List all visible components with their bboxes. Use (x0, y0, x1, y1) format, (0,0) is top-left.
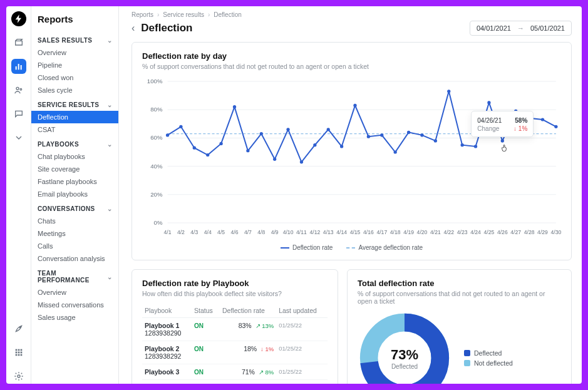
chevron-right-icon: › (157, 11, 159, 18)
sidebar-section-header[interactable]: TEAM PERFORMANCE⌄ (38, 265, 112, 286)
card-subtitle: How often did this playbook deflect site… (142, 290, 328, 297)
grid-icon[interactable] (11, 345, 26, 360)
svg-text:4/9: 4/9 (271, 229, 279, 235)
breadcrumb-item[interactable]: Reports (132, 11, 153, 18)
svg-rect-9 (15, 352, 17, 354)
users-icon[interactable] (11, 83, 26, 98)
donut-value: 73% (391, 347, 418, 363)
rocket-icon[interactable] (11, 321, 26, 336)
svg-text:4/7: 4/7 (244, 229, 252, 235)
svg-text:4/22: 4/22 (443, 229, 454, 235)
sidebar-section-header[interactable]: CONVERSATIONS⌄ (38, 200, 112, 215)
svg-rect-2 (20, 65, 21, 69)
svg-point-5 (19, 327, 20, 327)
status-badge: ON (194, 346, 204, 352)
rail-expand-icon[interactable] (11, 130, 26, 145)
legend-item: Deflected (464, 349, 513, 357)
sidebar-item[interactable]: Email playbooks (38, 188, 112, 200)
legend-item: Average deflection rate (346, 244, 423, 251)
svg-point-30 (179, 125, 182, 128)
back-button[interactable]: ‹ (132, 23, 135, 34)
sidebar-item[interactable]: Closed won (38, 71, 112, 84)
svg-text:4/21: 4/21 (430, 229, 441, 235)
sidebar-item[interactable]: Sales usage (38, 311, 112, 324)
svg-text:4/27: 4/27 (510, 229, 521, 235)
sidebar-item[interactable]: Deflection (31, 111, 118, 123)
svg-text:4/8: 4/8 (257, 229, 265, 235)
svg-point-29 (166, 133, 169, 136)
svg-text:4/5: 4/5 (217, 229, 225, 235)
sidebar-item[interactable]: Missed conversations (38, 299, 112, 311)
breadcrumb: Reports › Service results › Deflection (132, 11, 572, 18)
table-row[interactable]: Playbook 3ON71% ↗ 8%01/25/22 (142, 364, 328, 380)
gear-icon[interactable] (11, 369, 26, 384)
icon-rail (6, 6, 31, 384)
sidebar-item[interactable]: Pipeline (38, 59, 112, 71)
table-header: Deflection rate (220, 304, 276, 318)
date-from: 04/01/2021 (477, 24, 511, 32)
svg-rect-13 (18, 354, 19, 356)
sidebar-title: Reports (31, 13, 118, 32)
svg-text:4/3: 4/3 (190, 229, 198, 235)
svg-point-51 (461, 143, 464, 146)
tooltip-change-label: Change (477, 125, 499, 132)
chevron-down-icon: ⌄ (107, 205, 112, 212)
svg-point-32 (206, 153, 209, 157)
svg-text:40%: 40% (150, 163, 163, 170)
svg-text:4/1: 4/1 (164, 229, 172, 235)
sidebar-item[interactable]: Site coverage (38, 163, 112, 175)
svg-text:4/23: 4/23 (457, 229, 468, 235)
legend-item: Deflection rate (281, 244, 333, 251)
chevron-down-icon: ⌄ (107, 37, 112, 44)
date-range-picker[interactable]: 04/01/2021 → 05/01/2021 (470, 21, 572, 36)
table-header: Last updated (276, 304, 328, 318)
svg-point-34 (233, 105, 236, 108)
table-header: Playbook (142, 304, 192, 318)
sidebar-section-header[interactable]: SERVICE RESULTS⌄ (38, 96, 112, 111)
table-row[interactable]: Playbook 11283938290ON83% ↗ 13%01/25/22 (142, 318, 328, 341)
sidebar-item[interactable]: Overview (38, 286, 112, 299)
svg-text:4/16: 4/16 (363, 229, 374, 235)
donut-legend: Deflected Not deflected (464, 347, 513, 369)
svg-point-47 (407, 131, 410, 134)
sidebar-item[interactable]: Chats (38, 215, 112, 227)
reports-icon[interactable] (11, 59, 26, 74)
svg-text:100%: 100% (147, 78, 163, 85)
svg-point-52 (474, 145, 477, 148)
line-chart[interactable]: 0%20%40%60%80%100%4/14/24/34/44/54/64/74… (142, 78, 561, 240)
sidebar-item[interactable]: Conversation analysis (38, 252, 112, 265)
sidebar-item[interactable]: Chat playbooks (38, 150, 112, 163)
svg-point-36 (260, 132, 263, 135)
svg-text:4/14: 4/14 (336, 229, 347, 235)
sidebar-item[interactable]: Overview (38, 46, 112, 59)
tooltip-change: ↓ 1% (513, 125, 527, 132)
sidebar-section-header[interactable]: PLAYBOOKS⌄ (38, 136, 112, 150)
svg-point-39 (300, 160, 303, 163)
svg-point-3 (16, 87, 19, 90)
cube-icon[interactable] (11, 35, 26, 50)
deflection-chart-card: Deflection rate by day % of support conv… (132, 42, 572, 260)
sidebar-item[interactable]: Meetings (38, 227, 112, 240)
chat-icon[interactable] (11, 106, 26, 121)
svg-rect-1 (18, 64, 19, 69)
svg-text:20%: 20% (150, 191, 163, 198)
app-logo-icon[interactable] (11, 11, 26, 26)
breadcrumb-item[interactable]: Service results (163, 11, 204, 18)
sidebar-section-header[interactable]: SALES RESULTS⌄ (38, 32, 112, 46)
svg-text:4/26: 4/26 (497, 229, 508, 235)
sidebar-item[interactable]: CSAT (38, 123, 112, 136)
svg-point-44 (367, 135, 370, 138)
sidebar-item[interactable]: Sales cycle (38, 84, 112, 96)
svg-text:4/6: 4/6 (231, 229, 239, 235)
svg-rect-10 (18, 352, 19, 354)
table-row[interactable]: Playbook 21283938292ON18% ↓ 1%01/25/22 (142, 341, 328, 364)
sidebar: Reports SALES RESULTS⌄OverviewPipelineCl… (31, 6, 119, 384)
tooltip-value: 58% (515, 117, 527, 124)
chart-subtitle: % of support conversations that did not … (142, 63, 561, 70)
sidebar-item[interactable]: Calls (38, 240, 112, 252)
chevron-down-icon: ⌄ (107, 141, 112, 148)
sidebar-item[interactable]: Fastlane playbooks (38, 175, 112, 188)
svg-text:4/4: 4/4 (204, 229, 212, 235)
svg-text:4/12: 4/12 (309, 229, 320, 235)
card-title: Total deflection rate (358, 279, 561, 288)
